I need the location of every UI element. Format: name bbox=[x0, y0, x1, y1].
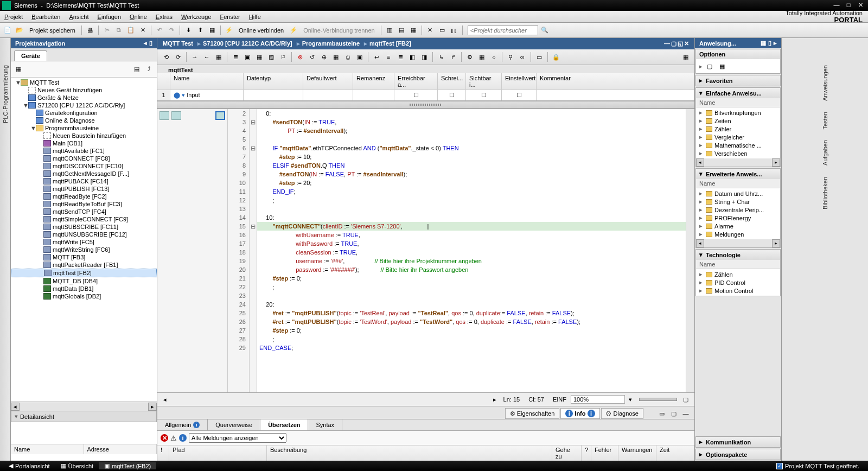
paste-icon[interactable]: 📋 bbox=[125, 25, 136, 36]
tree-item[interactable]: mqttCONNECT [FC8] bbox=[11, 155, 157, 162]
error-filter-icon[interactable]: ✕ bbox=[161, 434, 168, 442]
menu-projekt[interactable]: Projekt bbox=[0, 12, 27, 21]
col-q[interactable]: ? bbox=[582, 445, 591, 461]
tree-item[interactable]: mqttPUBACK [FC14] bbox=[11, 177, 157, 185]
edbtn-23[interactable]: ↱ bbox=[448, 52, 458, 62]
ed-min-icon[interactable]: — bbox=[664, 40, 670, 47]
edbtn-18[interactable]: ≡ bbox=[383, 52, 394, 62]
edbtn-4[interactable]: ← bbox=[201, 52, 212, 62]
edbtn-3[interactable]: → bbox=[189, 52, 200, 62]
opt-btn-2[interactable]: ▦ bbox=[717, 61, 727, 72]
tree-item[interactable]: mqttPUBLISH [FC13] bbox=[11, 185, 157, 193]
opt-btn-1[interactable]: ▢ bbox=[704, 61, 715, 72]
compile-icon[interactable]: ▦ bbox=[207, 25, 218, 36]
network-view-btn-3[interactable] bbox=[215, 111, 225, 120]
edbtn-11[interactable]: ⊗ bbox=[295, 52, 305, 62]
vscroll[interactable] bbox=[686, 109, 694, 392]
instr-item[interactable]: ▸PID Control bbox=[696, 278, 780, 287]
go-online-icon[interactable]: ⚡ bbox=[224, 25, 234, 36]
tree-item[interactable]: mqttGlobals [DB2] bbox=[11, 292, 157, 300]
go-offline-icon[interactable]: ⚡ bbox=[288, 25, 299, 36]
instr-item[interactable]: ▸Zeiten bbox=[696, 117, 780, 125]
tree-item[interactable]: mqttData [DB1] bbox=[11, 285, 157, 292]
right-tab-testen[interactable]: Testen bbox=[822, 106, 828, 135]
breadcrumb-item[interactable]: mqttTest [FB2] bbox=[369, 40, 411, 47]
edbtn-26[interactable]: ⟐ bbox=[488, 52, 499, 62]
new-project-icon[interactable]: 📄 bbox=[2, 25, 13, 36]
info-tab[interactable]: i Info i bbox=[560, 408, 599, 419]
menu-fenster[interactable]: Fenster bbox=[215, 12, 244, 21]
right-tab-bibliotheken[interactable]: Bibliotheken bbox=[822, 171, 828, 215]
edbtn-19[interactable]: ≣ bbox=[395, 52, 406, 62]
edbtn-1[interactable]: ⟲ bbox=[161, 52, 171, 62]
instr-item[interactable]: ▸Datum und Uhrz... bbox=[696, 189, 780, 198]
right-btn-2[interactable]: ▯ bbox=[768, 40, 771, 47]
aux-split-icon[interactable]: — bbox=[680, 408, 691, 419]
comm-section[interactable]: ▸Kommunikation bbox=[696, 437, 780, 447]
edbtn-15[interactable]: ⎙ bbox=[342, 52, 353, 62]
tree-item[interactable]: mqttUNSUBSCRIBE [FC12] bbox=[11, 231, 157, 238]
cut-icon[interactable]: ✂ bbox=[101, 25, 112, 36]
project-search-input[interactable] bbox=[468, 26, 538, 35]
instr-item[interactable]: ▸Meldungen bbox=[696, 230, 780, 238]
instr-item[interactable]: ▸Zählen bbox=[696, 270, 780, 278]
tree-item[interactable]: mqttReadByteToBuf [FC3] bbox=[11, 200, 157, 208]
print-icon[interactable]: 🖶 bbox=[85, 25, 95, 36]
tree-item[interactable]: mqttSUBSCRIBE [FC11] bbox=[11, 223, 157, 231]
edbtn-9[interactable]: ▨ bbox=[266, 52, 277, 62]
bottom-tab-syntax[interactable]: Syntax bbox=[308, 419, 342, 430]
aux-max-icon[interactable]: ▢ bbox=[668, 408, 679, 419]
iface-col[interactable]: Remanenz bbox=[353, 73, 394, 90]
upload-icon[interactable]: ⬆ bbox=[195, 25, 206, 36]
instr-item[interactable]: ▸Dezentrale Perip... bbox=[696, 206, 780, 214]
edbtn-8[interactable]: ▦ bbox=[254, 52, 265, 62]
tree-item[interactable]: ▼S71200 [CPU 1212C AC/DC/Rly] bbox=[11, 101, 157, 109]
iface-col[interactable]: Erreichbar a... bbox=[394, 73, 438, 90]
basic-instr-section[interactable]: ▾Einfache Anweisu... bbox=[696, 88, 780, 98]
cross-ref-icon[interactable]: ✕ bbox=[425, 25, 436, 36]
tree-item[interactable]: mqttWriteString [FC6] bbox=[11, 246, 157, 253]
overview-button[interactable]: ▦ Übersicht bbox=[55, 462, 99, 469]
edbtn-6[interactable]: ≣ bbox=[230, 52, 241, 62]
tree-toolbar-btn-3[interactable]: ⤴ bbox=[144, 63, 155, 74]
iface-col[interactable]: Datentyp bbox=[244, 73, 303, 90]
ed-close-icon[interactable]: ✕ bbox=[684, 40, 689, 47]
instr-item[interactable]: ▸Vergleicher bbox=[696, 133, 780, 141]
col-time[interactable]: Zeit bbox=[656, 445, 694, 461]
instr-item[interactable]: ▸PROFIenergy bbox=[696, 214, 780, 222]
pin-icon[interactable]: ◂ bbox=[144, 40, 147, 47]
tree-item[interactable]: Neues Gerät hinzufügen bbox=[11, 86, 157, 94]
tree-item[interactable]: mqttDISCONNECT [FC10] bbox=[11, 162, 157, 170]
col-desc[interactable]: Beschreibung bbox=[267, 445, 552, 461]
iface-col[interactable]: Einstellwert bbox=[502, 73, 537, 90]
tool-icon-3[interactable]: ▦ bbox=[408, 25, 419, 36]
layout-2-icon[interactable]: ⫿⫿ bbox=[449, 25, 459, 36]
tool-icon-2[interactable]: ▤ bbox=[396, 25, 407, 36]
tree-item[interactable]: ▼MQTT Test bbox=[11, 79, 157, 86]
portal-view-button[interactable]: ◀ Portalansicht bbox=[3, 462, 55, 469]
tree-item[interactable]: mqttWrite [FC5] bbox=[11, 238, 157, 246]
tree-item[interactable]: MQTT_DB [DB4] bbox=[11, 277, 157, 285]
menu-hilfe[interactable]: Hilfe bbox=[245, 12, 265, 21]
bottom-tab-querverweise[interactable]: Querverweise bbox=[208, 419, 260, 430]
tree-item[interactable]: mqttAvailable [FC1] bbox=[11, 147, 157, 155]
info-filter-icon[interactable]: i bbox=[179, 434, 187, 442]
close-button[interactable]: ✕ bbox=[855, 2, 866, 9]
delete-icon[interactable]: ✕ bbox=[137, 25, 148, 36]
detail-col-addr[interactable]: Adresse bbox=[84, 444, 157, 454]
maximize-button[interactable]: □ bbox=[843, 2, 854, 9]
tree-hscroll[interactable]: ◂▸ bbox=[11, 402, 157, 411]
edbtn-12[interactable]: ↺ bbox=[307, 52, 317, 62]
ed-restore-icon[interactable]: ▢ bbox=[671, 40, 676, 47]
download-icon[interactable]: ⬇ bbox=[183, 25, 194, 36]
instr-item[interactable]: ▸Motion Control bbox=[696, 287, 780, 295]
detail-col-name[interactable]: Name bbox=[11, 444, 84, 454]
instr-item[interactable]: ▸Bitverknüpfungen bbox=[696, 109, 780, 117]
tree-item[interactable]: mqttReadByte [FC2] bbox=[11, 193, 157, 200]
save-project-button[interactable]: Projekt speichern bbox=[26, 27, 79, 34]
tool-icon-1[interactable]: ▥ bbox=[384, 25, 395, 36]
go-online-button[interactable]: Online verbinden bbox=[235, 27, 287, 34]
instr-item[interactable]: ▸String + Char bbox=[696, 198, 780, 206]
instr-item[interactable]: ▸Zähler bbox=[696, 125, 780, 133]
edbtn-13[interactable]: ⊕ bbox=[318, 52, 329, 62]
